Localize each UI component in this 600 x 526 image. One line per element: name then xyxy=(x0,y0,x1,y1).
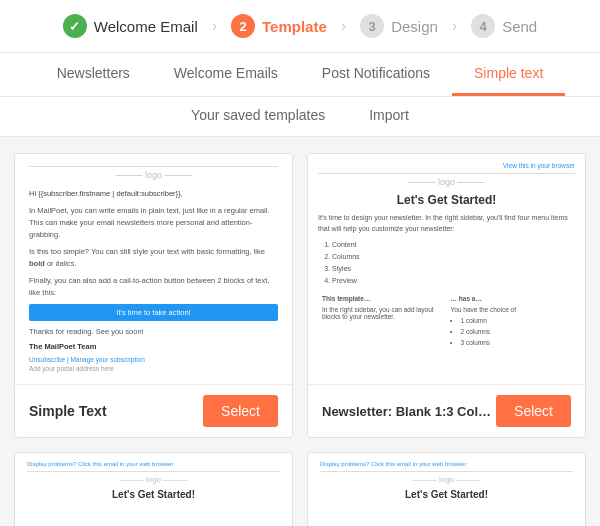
step-label-1: Welcome Email xyxy=(94,18,198,35)
preview-nl-logo: ——— logo ——— xyxy=(318,173,575,187)
card-footer-simple: Simple Text Select xyxy=(15,384,292,437)
card-footer-newsletter: Newsletter: Blank 1:3 Col… Select xyxy=(308,384,585,437)
step-number-3: 3 xyxy=(360,14,384,38)
preview-logo-simple: ——— logo ——— xyxy=(29,166,278,180)
card-preview-simple: ——— logo ——— Hi {{subscriber.firstname |… xyxy=(15,154,292,384)
step-label-3: Design xyxy=(391,18,438,35)
list-item-4: Preview xyxy=(332,275,575,287)
step-number-1: ✓ xyxy=(63,14,87,38)
card-simple-text: ——— logo ——— Hi {{subscriber.firstname |… xyxy=(14,153,293,438)
step-number-4: 4 xyxy=(471,14,495,38)
partial-heading-2: Let's Get Started! xyxy=(320,489,573,500)
step-send[interactable]: 4 Send xyxy=(457,14,551,38)
preview-links: Unsubscribe | Manage your subscription xyxy=(29,356,278,363)
preview-text-4: Finally, you can also add a call-to-acti… xyxy=(29,275,278,299)
partial-logo-2: ——— logo ——— xyxy=(320,471,573,484)
select-button-simple[interactable]: Select xyxy=(203,395,278,427)
preview-nl-list: Content Columns Styles Preview xyxy=(318,239,575,287)
card-title-simple: Simple Text xyxy=(29,403,107,419)
tab-simple-text[interactable]: Simple text xyxy=(452,53,565,96)
tabs-row2: Your saved templates Import xyxy=(0,97,600,137)
partial-preview-2: Display problems? Click this email in yo… xyxy=(308,453,585,512)
list-item-3: Styles xyxy=(332,263,575,275)
tab-saved-templates[interactable]: Your saved templates xyxy=(169,97,347,136)
tabs-row1: Newsletters Welcome Emails Post Notifica… xyxy=(0,53,600,97)
partial-heading-1: Let's Get Started! xyxy=(27,489,280,500)
partial-toplink-1: Display problems? Click this email in yo… xyxy=(27,461,280,467)
step-label-2: Template xyxy=(262,18,327,35)
preview-text-3: Is this too simple? You can still style … xyxy=(29,246,278,270)
step-label-4: Send xyxy=(502,18,537,35)
partial-toplink-2: Display problems? Click this email in yo… xyxy=(320,461,573,467)
tab-newsletters[interactable]: Newsletters xyxy=(35,53,152,96)
tab-welcome-emails[interactable]: Welcome Emails xyxy=(152,53,300,96)
stepper: ✓ Welcome Email › 2 Template › 3 Design … xyxy=(0,0,600,53)
tab-import[interactable]: Import xyxy=(347,97,431,136)
table-col1-body: In the right sidebar, you can add layout… xyxy=(318,304,447,350)
card-partial-1: Display problems? Click this email in yo… xyxy=(14,452,293,526)
step-number-2: 2 xyxy=(231,14,255,38)
cards-grid: ——— logo ——— Hi {{subscriber.firstname |… xyxy=(14,153,586,526)
preview-nl-heading: Let's Get Started! xyxy=(318,193,575,207)
step-design[interactable]: 3 Design xyxy=(346,14,452,38)
preview-text-5: Thanks for reading. See you soon! xyxy=(29,326,278,338)
step-welcome-email[interactable]: ✓ Welcome Email xyxy=(49,14,212,38)
table-col2-body: You have the choice of 1 column 2 column… xyxy=(447,304,576,350)
preview-signature: The MailPoet Team xyxy=(29,342,278,351)
select-button-newsletter[interactable]: Select xyxy=(496,395,571,427)
list-item-1: Content xyxy=(332,239,575,251)
step-template[interactable]: 2 Template xyxy=(217,14,341,38)
card-title-newsletter: Newsletter: Blank 1:3 Col… xyxy=(322,404,491,419)
list-item-2: Columns xyxy=(332,251,575,263)
col2-list-item-3: 3 columns xyxy=(461,337,572,348)
card-partial-2: Display problems? Click this email in yo… xyxy=(307,452,586,526)
preview-cta: It's time to take action! xyxy=(29,304,278,321)
col2-list-item-2: 2 columns xyxy=(461,326,572,337)
main-content: ——— logo ——— Hi {{subscriber.firstname |… xyxy=(0,137,600,526)
preview-address: Add your postal address here xyxy=(29,365,278,372)
preview-toplink: View this in your browser xyxy=(318,162,575,169)
preview-text-2: In MailPoet, you can write emails in pla… xyxy=(29,205,278,241)
partial-preview-1: Display problems? Click this email in yo… xyxy=(15,453,292,512)
partial-logo-1: ——— logo ——— xyxy=(27,471,280,484)
preview-nl-body: It's time to design your newsletter. In … xyxy=(318,213,575,234)
col2-list-item-1: 1 column xyxy=(461,315,572,326)
card-preview-newsletter: View this in your browser ——— logo ——— L… xyxy=(308,154,585,384)
table-col2-list: 1 column 2 columns 3 columns xyxy=(451,315,572,348)
tab-post-notifications[interactable]: Post Notifications xyxy=(300,53,452,96)
table-col1-header: This template… xyxy=(318,293,447,304)
card-newsletter: View this in your browser ——— logo ——— L… xyxy=(307,153,586,438)
table-col2-header: … has a… xyxy=(447,293,576,304)
preview-text-1: Hi {{subscriber.firstname | default:subs… xyxy=(29,188,278,200)
preview-nl-table: This template… … has a… In the right sid… xyxy=(318,293,575,350)
